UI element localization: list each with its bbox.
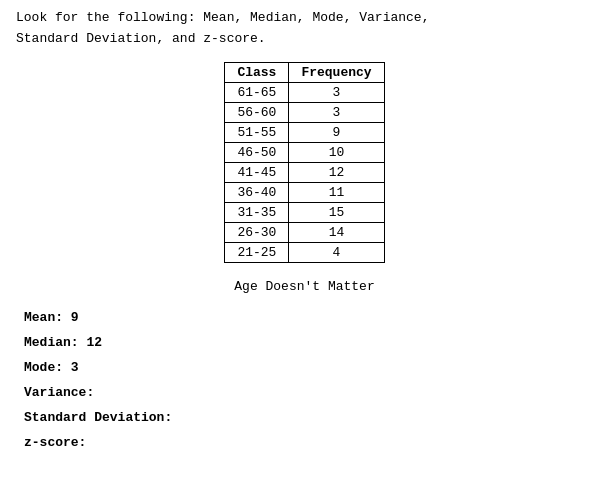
std-dev-stat: Standard Deviation: <box>24 410 593 425</box>
class-cell: 61-65 <box>225 82 289 102</box>
chart-title: Age Doesn't Matter <box>16 279 593 294</box>
frequency-cell: 3 <box>289 102 384 122</box>
mean-stat: Mean: 9 <box>24 310 593 325</box>
col-header-frequency: Frequency <box>289 62 384 82</box>
class-cell: 56-60 <box>225 102 289 122</box>
frequency-cell: 3 <box>289 82 384 102</box>
frequency-cell: 11 <box>289 182 384 202</box>
frequency-cell: 14 <box>289 222 384 242</box>
intro-line2: Standard Deviation, and z-score. <box>16 29 593 50</box>
table-row: 61-653 <box>225 82 384 102</box>
median-stat: Median: 12 <box>24 335 593 350</box>
class-cell: 41-45 <box>225 162 289 182</box>
frequency-cell: 10 <box>289 142 384 162</box>
frequency-cell: 15 <box>289 202 384 222</box>
frequency-cell: 4 <box>289 242 384 262</box>
col-header-class: Class <box>225 62 289 82</box>
class-cell: 21-25 <box>225 242 289 262</box>
table-row: 51-559 <box>225 122 384 142</box>
intro-text: Look for the following: Mean, Median, Mo… <box>16 8 593 50</box>
class-cell: 36-40 <box>225 182 289 202</box>
zscore-stat: z-score: <box>24 435 593 450</box>
class-cell: 51-55 <box>225 122 289 142</box>
frequency-table: Class Frequency 61-65356-60351-55946-501… <box>224 62 384 263</box>
mode-stat: Mode: 3 <box>24 360 593 375</box>
class-cell: 26-30 <box>225 222 289 242</box>
table-container: Class Frequency 61-65356-60351-55946-501… <box>16 62 593 263</box>
intro-line1: Look for the following: Mean, Median, Mo… <box>16 8 593 29</box>
table-row: 41-4512 <box>225 162 384 182</box>
table-row: 56-603 <box>225 102 384 122</box>
frequency-cell: 9 <box>289 122 384 142</box>
stats-section: Mean: 9 Median: 12 Mode: 3 Variance: Sta… <box>24 310 593 450</box>
table-row: 31-3515 <box>225 202 384 222</box>
table-row: 26-3014 <box>225 222 384 242</box>
frequency-cell: 12 <box>289 162 384 182</box>
variance-stat: Variance: <box>24 385 593 400</box>
table-row: 36-4011 <box>225 182 384 202</box>
table-row: 21-254 <box>225 242 384 262</box>
table-row: 46-5010 <box>225 142 384 162</box>
class-cell: 31-35 <box>225 202 289 222</box>
class-cell: 46-50 <box>225 142 289 162</box>
